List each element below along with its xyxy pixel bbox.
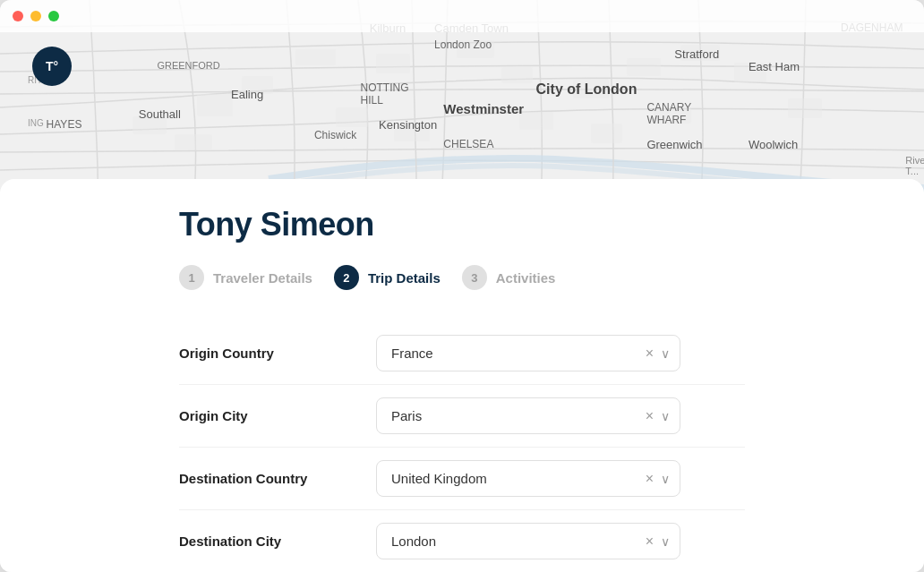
close-button[interactable] bbox=[13, 11, 23, 21]
logo-text: T° bbox=[46, 59, 58, 73]
destination-country-value: United Kingdom bbox=[391, 471, 635, 486]
svg-rect-7 bbox=[627, 58, 661, 76]
maximize-button[interactable] bbox=[48, 11, 59, 21]
destination-city-chevron[interactable]: ∨ bbox=[661, 535, 670, 548]
svg-rect-16 bbox=[654, 107, 691, 124]
svg-rect-3 bbox=[376, 54, 410, 73]
title-bar bbox=[0, 0, 924, 32]
origin-city-row: Origin City Paris × ∨ bbox=[179, 385, 745, 448]
origin-country-select[interactable]: France bbox=[376, 335, 680, 371]
window-controls bbox=[13, 11, 59, 21]
origin-city-chevron[interactable]: ∨ bbox=[661, 410, 670, 423]
destination-country-row: Destination Country United Kingdom × ∨ bbox=[179, 448, 745, 510]
origin-city-value: Paris bbox=[391, 408, 635, 423]
destination-city-actions: × ∨ bbox=[646, 534, 670, 549]
main-window: City of London Westminster Kensington NO… bbox=[0, 0, 924, 572]
svg-rect-4 bbox=[457, 40, 494, 58]
minimize-button[interactable] bbox=[30, 11, 41, 21]
origin-country-actions: × ∨ bbox=[646, 346, 670, 361]
origin-city-select[interactable]: Paris bbox=[376, 397, 680, 434]
step-activities[interactable]: 3 Activities bbox=[462, 265, 556, 290]
svg-rect-15 bbox=[591, 124, 622, 143]
step-1-circle: 1 bbox=[179, 265, 204, 290]
origin-city-actions: × ∨ bbox=[646, 409, 670, 423]
svg-rect-14 bbox=[519, 112, 553, 130]
destination-country-actions: × ∨ bbox=[646, 472, 670, 486]
content-area: Tony Simeon 1 Traveler Details 2 Trip De… bbox=[0, 179, 924, 572]
destination-city-value: London bbox=[391, 534, 635, 549]
step-traveler-details[interactable]: 1 Traveler Details bbox=[179, 265, 312, 290]
destination-city-row: Destination City London × ∨ bbox=[179, 510, 745, 572]
svg-rect-10 bbox=[133, 116, 167, 134]
svg-rect-5 bbox=[501, 67, 533, 83]
svg-rect-6 bbox=[573, 79, 609, 98]
svg-rect-17 bbox=[788, 98, 822, 118]
destination-country-clear[interactable]: × bbox=[646, 472, 654, 486]
origin-city-clear[interactable]: × bbox=[646, 409, 654, 423]
destination-city-label: Destination City bbox=[179, 534, 376, 549]
svg-rect-11 bbox=[175, 134, 212, 150]
destination-city-clear[interactable]: × bbox=[646, 534, 654, 549]
step-3-circle: 3 bbox=[462, 265, 487, 290]
page-title: Tony Simeon bbox=[179, 206, 745, 243]
svg-rect-0 bbox=[197, 94, 233, 116]
origin-city-label: Origin City bbox=[179, 408, 376, 423]
destination-country-field[interactable]: United Kingdom × ∨ bbox=[376, 460, 680, 497]
origin-city-field[interactable]: Paris × ∨ bbox=[376, 397, 680, 434]
trip-details-form: Origin Country France × ∨ Origin City Pa bbox=[179, 322, 745, 572]
destination-country-label: Destination Country bbox=[179, 471, 376, 486]
svg-rect-9 bbox=[734, 63, 766, 82]
destination-city-field[interactable]: London × ∨ bbox=[376, 523, 680, 559]
step-trip-details[interactable]: 2 Trip Details bbox=[334, 265, 441, 290]
svg-rect-13 bbox=[394, 125, 430, 141]
destination-country-select[interactable]: United Kingdom bbox=[376, 460, 680, 497]
step-2-label: Trip Details bbox=[368, 270, 441, 286]
svg-rect-12 bbox=[336, 107, 368, 127]
destination-city-select[interactable]: London bbox=[376, 523, 680, 559]
destination-country-chevron[interactable]: ∨ bbox=[661, 473, 670, 485]
origin-country-chevron[interactable]: ∨ bbox=[661, 347, 670, 360]
origin-country-label: Origin Country bbox=[179, 346, 376, 361]
app-logo[interactable]: T° bbox=[32, 47, 72, 86]
steps-nav: 1 Traveler Details 2 Trip Details 3 Acti… bbox=[179, 265, 745, 290]
svg-rect-1 bbox=[242, 76, 273, 94]
origin-country-value: France bbox=[391, 346, 635, 361]
step-3-label: Activities bbox=[496, 270, 556, 286]
svg-rect-8 bbox=[680, 45, 720, 61]
step-1-label: Traveler Details bbox=[213, 270, 312, 286]
step-2-circle: 2 bbox=[334, 265, 359, 290]
origin-country-clear[interactable]: × bbox=[646, 346, 654, 361]
origin-country-field[interactable]: France × ∨ bbox=[376, 335, 680, 371]
svg-rect-2 bbox=[295, 49, 336, 65]
origin-country-row: Origin Country France × ∨ bbox=[179, 322, 745, 385]
